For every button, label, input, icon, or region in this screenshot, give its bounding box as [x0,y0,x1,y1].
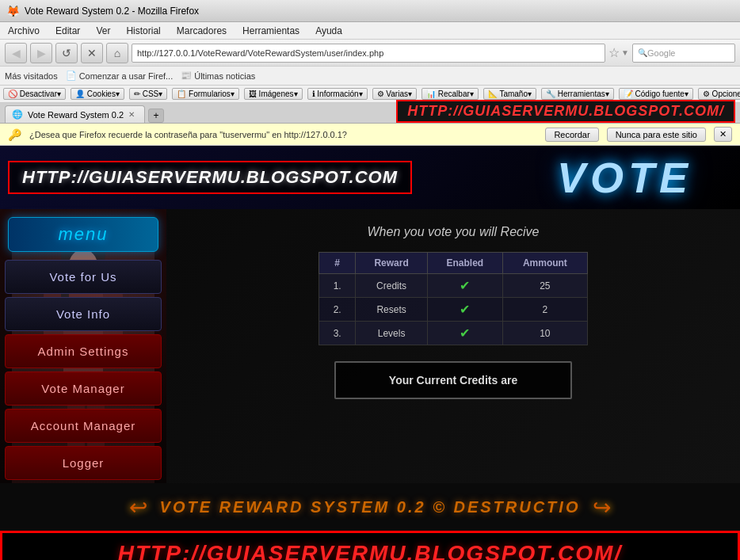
arrow-icon[interactable]: ▼ [621,48,629,57]
toolbar: ◀ ▶ ↺ ✕ ⌂ http://127.0.0.1/VoteReward/Vo… [0,40,740,67]
tab-label: Vote Reward System 0.2 [28,110,124,120]
addon-herramientas[interactable]: 🔧 Herramientas▾ [541,88,614,100]
reload-button[interactable]: ↺ [55,43,78,63]
menu-label: menu [8,217,158,252]
url-text: http://127.0.0.1/VoteReward/VoteRewardSy… [137,48,383,58]
site-footer: ↩ VOTE REWARD SYSTEM 0.2 © DESTRUCTIO ↪ [0,483,740,531]
check-icon: ✔ [460,303,470,316]
bookmark-visited[interactable]: Más visitados [5,71,58,81]
addon-cookies[interactable]: 👤 Cookies▾ [71,88,124,100]
cell-enabled: ✔ [427,298,502,322]
tab-votereward[interactable]: 🌐 Vote Reward System 0.2 ✕ [5,105,145,123]
vote-title-container: VOTE [557,153,692,202]
cell-num: 1. [319,274,356,298]
top-watermark-text: HTTP://GUIASERVERMU.BLOGSPOT.COM/ [407,103,724,119]
star-icon[interactable]: ☆ [608,45,620,60]
cell-reward: Credits [356,274,428,298]
remember-button[interactable]: Recordar [545,128,598,142]
addon-imagenes[interactable]: 🖼 Imágenes▾ [244,88,303,100]
cell-enabled: ✔ [427,274,502,298]
bottom-watermark-text: HTTP://GUIASERVERMU.BLOGSPOT.COM/ [118,541,622,560]
site-content: HTTP://GUIASERVERMU.BLOGSPOT.COM VOTE [0,146,740,560]
check-icon: ✔ [460,279,470,292]
search-placeholder: Google [647,48,675,58]
top-watermark-bar: HTTP://GUIASERVERMU.BLOGSPOT.COM/ [396,100,735,123]
menu-historial[interactable]: Historial [123,24,163,38]
reward-section: When you vote you will Recive # Reward E… [166,209,740,431]
cell-reward: Resets [356,298,428,322]
address-bar[interactable]: http://127.0.0.1/VoteReward/VoteRewardSy… [132,44,605,63]
nav-vote-manager[interactable]: Vote Manager [5,371,162,406]
bookmark-news[interactable]: 📰 Últimas noticias [181,70,255,81]
bookmark-start[interactable]: 📄 Comenzar a usar Firef... [66,70,174,81]
home-button[interactable]: ⌂ [106,43,128,63]
cell-reward: Levels [356,322,428,345]
nav-admin-settings[interactable]: Admin Settings [5,334,162,368]
credits-box: Your Current Credits are [334,361,572,399]
addon-desactivar[interactable]: 🚫 Desactivar▾ [3,88,66,100]
menu-herramientas[interactable]: Herramientas [239,24,303,38]
credits-label: Your Current Credits are [389,374,517,387]
menu-editar[interactable]: Editar [52,24,83,38]
tabs-bar: 🌐 Vote Reward System 0.2 ✕ + HTTP://GUIA… [0,103,740,124]
menu-archivo[interactable]: Archivo [5,24,43,38]
password-bar: 🔑 ¿Desea que Firefox recuerde la contras… [0,124,740,146]
menu-ayuda[interactable]: Ayuda [312,24,345,38]
addon-codigo[interactable]: 📝 Código fuente▾ [619,88,693,100]
cell-amount: 25 [502,274,587,298]
browser-icon: 🦊 [6,5,20,17]
back-button[interactable]: ◀ [5,43,27,63]
addon-formularios[interactable]: 📋 Formularios▾ [172,88,239,100]
stop-button[interactable]: ✕ [81,43,103,63]
header-watermark-text: HTTP://GUIASERVERMU.BLOGSPOT.COM [22,167,398,187]
footer-text: VOTE REWARD SYSTEM 0.2 © DESTRUCTIO [160,498,581,516]
col-reward: Reward [356,253,428,274]
addon-css[interactable]: ✏ CSS▾ [129,88,167,100]
addon-informacion[interactable]: ℹ Información▾ [307,88,368,100]
nav-vote-info[interactable]: Vote Info [5,297,162,331]
reward-table: # Reward Enabled Ammount 1. Credits ✔ 25… [319,252,588,345]
vote-title: VOTE [557,154,692,201]
menu-label-container: menu [0,209,166,260]
forward-button[interactable]: ▶ [30,43,52,63]
nav-vote-for-us[interactable]: Vote for Us [5,260,162,294]
new-tab-button[interactable]: + [148,109,164,123]
cell-amount: 2 [502,298,587,322]
addon-varias[interactable]: ⚙ Varias▾ [372,88,417,100]
window-title: Vote Reward System 0.2 - Mozilla Firefox [25,6,199,17]
password-prompt-text: ¿Desea que Firefox recuerde la contraseñ… [29,130,537,139]
col-num: # [319,253,356,274]
cell-num: 3. [319,322,356,345]
tab-icon: 🌐 [12,109,23,120]
addon-tamano[interactable]: 📐 Tamaño▾ [483,88,536,100]
lock-icon: 🔑 [8,128,21,141]
site-main: menu Vote for Us Vote Info Admin Setting… [0,209,740,483]
menubar: Archivo Editar Ver Historial Marcadores … [0,22,740,40]
never-button[interactable]: Nunca para este sitio [607,128,706,142]
nav-account-manager[interactable]: Account Manager [5,409,162,443]
addon-opciones[interactable]: ⚙ Opciones▾ [698,88,740,100]
sidebar: menu Vote for Us Vote Info Admin Setting… [0,209,166,483]
site-header: HTTP://GUIASERVERMU.BLOGSPOT.COM VOTE [0,146,740,209]
header-watermark: HTTP://GUIASERVERMU.BLOGSPOT.COM [8,161,412,194]
col-enabled: Enabled [427,253,502,274]
table-row: 2. Resets ✔ 2 [319,298,588,322]
sidebar-nav: Vote for Us Vote Info Admin Settings Vot… [0,260,166,480]
menu-marcadores[interactable]: Marcadores [174,24,230,38]
bookmarks-bar: Más visitados 📄 Comenzar a usar Firef...… [0,67,740,86]
cell-amount: 10 [502,322,587,345]
content-area: When you vote you will Recive # Reward E… [166,209,740,483]
title-bar: 🦊 Vote Reward System 0.2 - Mozilla Firef… [0,0,740,22]
table-row: 3. Levels ✔ 10 [319,322,588,345]
close-password-button[interactable]: ✕ [714,127,732,142]
menu-ver[interactable]: Ver [93,24,113,38]
table-row: 1. Credits ✔ 25 [319,274,588,298]
addon-recalbar[interactable]: 📊 Recalbar▾ [421,88,479,100]
col-amount: Ammount [502,253,587,274]
check-icon: ✔ [460,326,470,340]
cell-enabled: ✔ [427,322,502,345]
tab-close-icon[interactable]: ✕ [128,110,135,119]
search-bar[interactable]: 🔍 Google [632,44,735,63]
footer-arrow-left: ↩ [129,494,147,520]
nav-logger[interactable]: Logger [5,446,162,480]
